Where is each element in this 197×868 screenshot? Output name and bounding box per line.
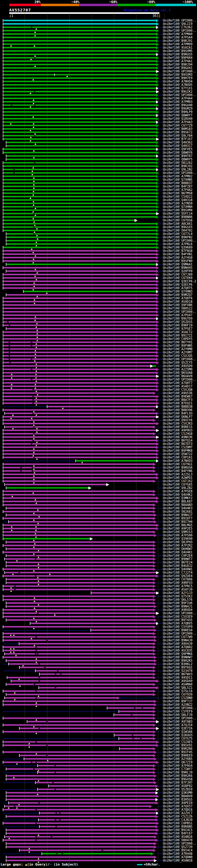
subject-label[interactable]: UniRef100_C7J2T4 xyxy=(163,571,192,574)
alignment-bar[interactable] xyxy=(4,473,156,475)
subject-label[interactable]: UniRef100_B9N4J1 xyxy=(163,605,192,608)
subject-label[interactable]: UniRef100_B9GU41 xyxy=(163,66,192,70)
alignment-bar[interactable] xyxy=(4,43,156,45)
subject-label[interactable]: UniRef100_A7QV57 xyxy=(163,805,192,808)
subject-label[interactable]: UniRef100_Q6L576 xyxy=(163,598,192,601)
alignment-bar[interactable] xyxy=(7,816,156,817)
subject-label[interactable]: UniRef100_B9GTD9 xyxy=(163,317,192,320)
alignment-bar[interactable] xyxy=(120,711,153,712)
subject-label[interactable]: UniRef100_B3H5G5 xyxy=(163,798,192,801)
alignment-bar[interactable] xyxy=(7,155,156,157)
alignment-bar[interactable] xyxy=(25,758,154,760)
subject-label[interactable]: UniRef100_A8CA61 xyxy=(163,222,192,225)
alignment-bar[interactable] xyxy=(4,101,156,102)
alignment-bar[interactable] xyxy=(7,555,153,556)
subject-label[interactable]: UniRef100_C6TJ89 xyxy=(163,273,192,276)
subject-label[interactable]: UniRef100_Q40362 xyxy=(163,141,192,144)
alignment-bar[interactable] xyxy=(4,494,153,495)
subject-label[interactable]: UniRef100_A7Q0T6 xyxy=(163,297,192,300)
subject-label[interactable]: UniRef100_C6T866 xyxy=(163,578,192,581)
alignment-bar[interactable] xyxy=(4,382,156,384)
alignment-bar[interactable] xyxy=(4,165,156,167)
alignment-bar[interactable] xyxy=(4,731,153,733)
alignment-bar[interactable] xyxy=(40,826,156,827)
subject-label[interactable]: UniRef100_B9RCJ9 xyxy=(163,771,192,774)
alignment-bar[interactable] xyxy=(4,589,153,590)
alignment-bar[interactable] xyxy=(4,477,156,478)
alignment-bar[interactable] xyxy=(4,433,153,434)
subject-label[interactable]: UniRef100_A7P4A4 xyxy=(163,97,192,100)
alignment-bar[interactable] xyxy=(7,768,153,770)
subject-label[interactable]: UniRef100_A7PSE8 xyxy=(163,490,192,493)
alignment-bar[interactable] xyxy=(4,372,156,373)
alignment-bar[interactable] xyxy=(4,209,156,211)
alignment-bar[interactable] xyxy=(4,314,156,316)
subject-label[interactable]: UniRef100_C0PBS1 xyxy=(163,822,192,825)
subject-label[interactable]: UniRef100_Q40318 xyxy=(163,198,192,202)
alignment-bar[interactable] xyxy=(4,348,156,350)
alignment-bar[interactable] xyxy=(5,805,149,807)
subject-label[interactable]: UniRef100_Q6NLP7 xyxy=(163,415,192,418)
subject-label[interactable]: UniRef100_B9RUS5 xyxy=(163,53,192,56)
subject-label[interactable]: UniRef100_A5BFR2 xyxy=(163,784,192,787)
alignment-bar[interactable] xyxy=(4,37,156,38)
alignment-bar[interactable] xyxy=(9,663,154,665)
alignment-bar[interactable] xyxy=(4,57,156,59)
subject-label[interactable]: UniRef100_Q9M153 xyxy=(163,530,192,534)
subject-label[interactable]: UniRef100_UPI000.. xyxy=(163,716,196,720)
subject-label[interactable]: UniRef100_A7PMA0 xyxy=(163,32,192,36)
alignment-bar[interactable] xyxy=(4,420,153,421)
alignment-bar[interactable] xyxy=(7,606,154,607)
subject-label[interactable]: UniRef100_B9RJ94 xyxy=(163,63,192,66)
subject-label[interactable]: UniRef100_B4FC67 xyxy=(163,832,192,835)
alignment-bar[interactable] xyxy=(7,795,156,797)
subject-label[interactable]: UniRef100_A7NVD3 xyxy=(163,459,192,463)
subject-label[interactable]: UniRef100_Q8L5Z1 xyxy=(163,686,192,689)
alignment-bar[interactable] xyxy=(12,680,156,682)
subject-label[interactable]: UniRef100_B9HTR7 xyxy=(163,154,192,158)
alignment-bar[interactable] xyxy=(4,206,156,208)
alignment-bar[interactable] xyxy=(7,860,154,861)
alignment-row[interactable]: UniRef100_A5AW18 xyxy=(0,859,197,863)
alignment-bar[interactable] xyxy=(4,511,153,513)
alignment-bar[interactable] xyxy=(4,399,156,401)
alignment-bar[interactable] xyxy=(4,91,156,92)
subject-label[interactable]: UniRef100_A9TAB3 xyxy=(163,720,192,723)
alignment-bar[interactable] xyxy=(40,673,153,675)
subject-label[interactable]: UniRef100_B7FJX7 xyxy=(163,137,192,141)
alignment-bar[interactable] xyxy=(4,724,153,726)
alignment-bar[interactable] xyxy=(4,717,153,719)
subject-label[interactable]: UniRef100_Q5ZBI0 xyxy=(163,787,192,791)
subject-label[interactable]: UniRef100_B9RJ92 xyxy=(163,164,192,168)
alignment-bar[interactable] xyxy=(4,467,153,468)
subject-label[interactable]: UniRef100_B4FVN1 xyxy=(163,252,192,256)
alignment-bar[interactable] xyxy=(4,172,156,174)
subject-label[interactable]: UniRef100_A7PRC5 xyxy=(163,584,192,588)
alignment-bar[interactable] xyxy=(4,443,156,445)
subject-label[interactable]: UniRef100_B4FYB6 xyxy=(163,469,192,473)
alignment-bar[interactable] xyxy=(4,524,156,526)
subject-label[interactable]: UniRef100_C5Z4E5 xyxy=(163,740,192,744)
alignment-bar[interactable] xyxy=(7,619,154,621)
alignment-bar[interactable] xyxy=(4,599,153,600)
alignment-bar[interactable] xyxy=(4,98,156,99)
alignment-bar[interactable] xyxy=(4,552,153,553)
subject-label[interactable]: UniRef100_Q5Z739 xyxy=(163,845,192,848)
alignment-bar[interactable] xyxy=(4,203,156,204)
subject-label[interactable]: UniRef100_C0PDY5 xyxy=(163,337,192,341)
alignment-bar[interactable] xyxy=(4,416,156,417)
subject-label[interactable]: UniRef100_B9GUS8 xyxy=(163,777,192,781)
alignment-bar[interactable] xyxy=(76,460,156,462)
subject-label[interactable]: UniRef100_C0PIA1 xyxy=(163,456,192,459)
alignment-bar[interactable] xyxy=(4,331,156,333)
subject-label[interactable]: UniRef100_B6UAV0 xyxy=(163,374,192,378)
alignment-bar[interactable] xyxy=(4,379,156,380)
subject-label[interactable]: UniRef100_Q7XHN3 xyxy=(163,290,192,293)
subject-label[interactable]: UniRef100_C6T7L4 xyxy=(163,232,192,236)
alignment-bar[interactable] xyxy=(9,802,156,804)
subject-label[interactable]: UniRef100_B9GU40 xyxy=(163,103,192,107)
alignment-bar[interactable] xyxy=(4,40,156,41)
alignment-bar[interactable] xyxy=(4,298,156,299)
subject-label[interactable]: UniRef100_B4FL93 xyxy=(163,412,192,415)
alignment-bar[interactable] xyxy=(4,196,156,197)
